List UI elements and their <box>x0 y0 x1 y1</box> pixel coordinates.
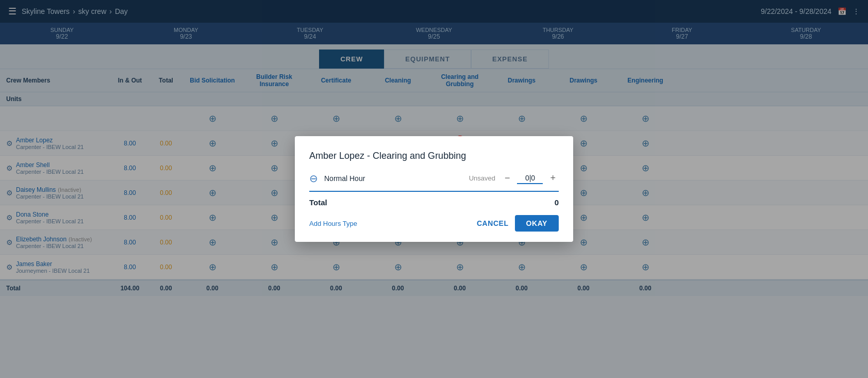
modal-dialog: Amber Lopez - Clearing and Grubbing ⊖ No… <box>295 136 573 242</box>
modal-title: Amber Lopez - Clearing and Grubbing <box>309 151 559 161</box>
modal-hour-type: Normal Hour <box>324 174 469 183</box>
modal-unsaved-label: Unsaved <box>469 174 495 182</box>
modal-actions: CANCEL OKAY <box>477 215 559 232</box>
cancel-button[interactable]: CANCEL <box>477 219 509 227</box>
okay-button[interactable]: OKAY <box>515 215 559 232</box>
modal-total-row: Total 0 <box>309 198 559 207</box>
modal-stepper: − + <box>502 172 559 185</box>
modal-divider <box>309 191 559 192</box>
modal-total-label: Total <box>309 198 327 207</box>
modal-minus-icon[interactable]: ⊖ <box>309 172 318 185</box>
modal-total-value: 0 <box>555 198 559 207</box>
stepper-minus-button[interactable]: − <box>502 172 513 185</box>
modal-overlay: Amber Lopez - Clearing and Grubbing ⊖ No… <box>0 0 868 296</box>
stepper-input[interactable] <box>517 173 543 184</box>
stepper-plus-button[interactable]: + <box>547 172 559 185</box>
modal-hour-row: ⊖ Normal Hour Unsaved − + <box>309 172 559 185</box>
modal-footer: Add Hours Type CANCEL OKAY <box>309 215 559 232</box>
add-hours-type-button[interactable]: Add Hours Type <box>309 220 357 227</box>
